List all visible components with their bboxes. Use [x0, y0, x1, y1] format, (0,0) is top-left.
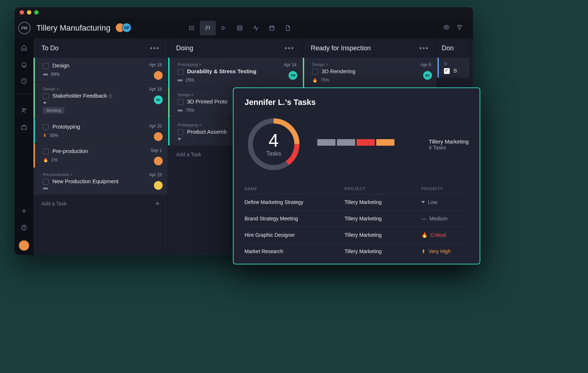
column-menu-icon[interactable]: ••• — [419, 44, 429, 52]
flame-icon: 🔥 — [312, 78, 318, 83]
maximize-dot[interactable] — [34, 10, 39, 15]
panel-title: Jennifer L.'s Tasks — [245, 98, 469, 107]
close-dot[interactable] — [20, 10, 24, 15]
assignee-avatar[interactable] — [154, 132, 163, 141]
activity-view-icon[interactable] — [248, 21, 264, 35]
task-card[interactable]: Design > 3D Rendering 🔥75% Apr 6 SC — [303, 58, 437, 88]
checkbox-checked[interactable] — [444, 68, 450, 74]
checkbox[interactable] — [43, 93, 49, 99]
table-row[interactable]: Brand Strategy Meeting Tillery Marketing… — [245, 211, 469, 227]
plus-icon: + — [155, 199, 160, 208]
tag: Meeting — [43, 107, 64, 114]
column-menu-icon[interactable]: ••• — [285, 44, 294, 52]
header-avatars[interactable]: GP — [115, 23, 133, 33]
chevron-down-icon[interactable] — [43, 102, 47, 104]
column-menu-icon[interactable]: ••• — [150, 44, 160, 52]
task-title: New Production Equipment — [52, 178, 119, 184]
checkbox[interactable] — [312, 69, 318, 75]
checkbox[interactable] — [178, 99, 183, 105]
priority-med-icon: — — [421, 216, 426, 221]
assignee-avatar[interactable] — [154, 157, 163, 165]
home-icon[interactable] — [20, 44, 28, 52]
milestone-icon: ◇ — [108, 93, 113, 99]
board-view-icon[interactable] — [200, 21, 216, 35]
svg-rect-12 — [238, 26, 242, 30]
user-avatar[interactable] — [19, 240, 29, 251]
checkbox[interactable] — [178, 129, 183, 135]
tasks-panel: Jennifer L.'s Tasks 4 Tasks Tillery Mark… — [233, 87, 480, 264]
sheet-view-icon[interactable] — [232, 21, 248, 35]
column-title: Don — [442, 44, 454, 52]
left-sidebar — [15, 39, 33, 255]
checkbox[interactable] — [43, 179, 49, 185]
svg-rect-24 — [21, 126, 27, 129]
assignee-avatar[interactable] — [154, 181, 163, 190]
task-title: 3D Printed Proto — [187, 98, 227, 105]
task-title: S — [453, 67, 457, 74]
task-title: Prototyping — [52, 123, 80, 130]
mac-titlebar — [15, 7, 473, 17]
table-row[interactable]: Market Research Tillery Marketing ⬆Very … — [245, 243, 469, 259]
svg-rect-15 — [270, 26, 274, 30]
chevron-down-icon[interactable] — [178, 138, 181, 140]
calendar-view-icon[interactable] — [264, 21, 280, 35]
task-title: Durability & Stress Testing — [187, 68, 257, 74]
minimize-dot[interactable] — [27, 10, 31, 15]
table-row[interactable]: Define Marketing Strategy Tillery Market… — [245, 194, 469, 211]
task-title: 3D Rendering — [322, 68, 355, 74]
svg-point-4 — [190, 28, 190, 28]
task-count: 4 — [269, 131, 279, 150]
column-todo: To Do ••• Design 69% Apr 18 Design > — [33, 39, 168, 255]
list-view-icon[interactable] — [184, 21, 200, 35]
filter-icon[interactable] — [456, 24, 463, 32]
task-card[interactable]: Pre-production > New Production Equipmen… — [33, 168, 168, 195]
project-title: Tillery Manufacturing — [36, 23, 110, 33]
checkbox[interactable] — [178, 69, 183, 75]
flame-icon: 🔥 — [43, 157, 48, 162]
svg-point-5 — [190, 30, 190, 30]
task-card[interactable]: Design > Stakeholder Feedback ◇ Meeting … — [33, 82, 168, 119]
bell-icon[interactable] — [20, 60, 28, 68]
briefcase-icon[interactable] — [20, 123, 28, 131]
avatar-2[interactable]: GP — [122, 23, 131, 32]
add-task-button[interactable]: Add a Task + — [33, 195, 168, 212]
help-icon[interactable] — [20, 224, 28, 232]
task-card[interactable]: Design 69% Apr 18 — [33, 58, 168, 82]
app-header: PM Tillery Manufacturing GP — [15, 17, 473, 39]
task-title: Pre-production — [52, 148, 88, 154]
assignee-avatar[interactable]: SC — [423, 71, 432, 80]
project-task-count: 4 Tasks — [429, 145, 469, 150]
project-label: Tillery Marketing — [429, 138, 469, 145]
column-title: Ready for Inspection — [311, 44, 371, 52]
task-card[interactable]: Prototyping > Durability & Stress Testin… — [168, 58, 302, 88]
priority-segments — [317, 139, 394, 146]
people-icon[interactable] — [20, 106, 28, 114]
task-card[interactable]: Id S — [437, 58, 470, 78]
file-view-icon[interactable] — [280, 21, 296, 35]
view-switcher — [184, 21, 296, 35]
assignee-avatar[interactable] — [154, 71, 163, 80]
checkbox[interactable] — [43, 149, 49, 154]
column-title: Doing — [176, 44, 193, 52]
table-header: NAME PROJECT PRIORITY — [245, 184, 469, 194]
task-title: Product Assemb — [187, 129, 227, 135]
column-title: To Do — [41, 44, 59, 52]
table-row[interactable]: Hire Graphic Designer Tillery Marketing … — [245, 227, 469, 243]
task-count-label: Tasks — [266, 150, 281, 157]
app-logo[interactable]: PM — [18, 22, 31, 34]
assignee-avatar[interactable]: SC — [154, 95, 163, 104]
clock-icon[interactable] — [20, 77, 28, 85]
svg-point-3 — [190, 26, 190, 27]
tasks-donut-chart: 4 Tasks — [245, 115, 303, 173]
task-title: Design — [52, 62, 69, 68]
plus-icon[interactable] — [20, 207, 28, 215]
visibility-icon[interactable] — [443, 24, 450, 32]
assignee-avatar[interactable]: TW — [289, 71, 297, 80]
task-card[interactable]: Pre-production 🔥1% Sep 1 — [33, 143, 168, 168]
svg-point-28 — [24, 229, 24, 229]
svg-marker-20 — [457, 25, 462, 30]
task-card[interactable]: Prototyping ⬆30% Apr 20 — [33, 119, 168, 143]
checkbox[interactable] — [43, 124, 49, 130]
checkbox[interactable] — [43, 63, 49, 69]
gantt-view-icon[interactable] — [216, 21, 232, 35]
